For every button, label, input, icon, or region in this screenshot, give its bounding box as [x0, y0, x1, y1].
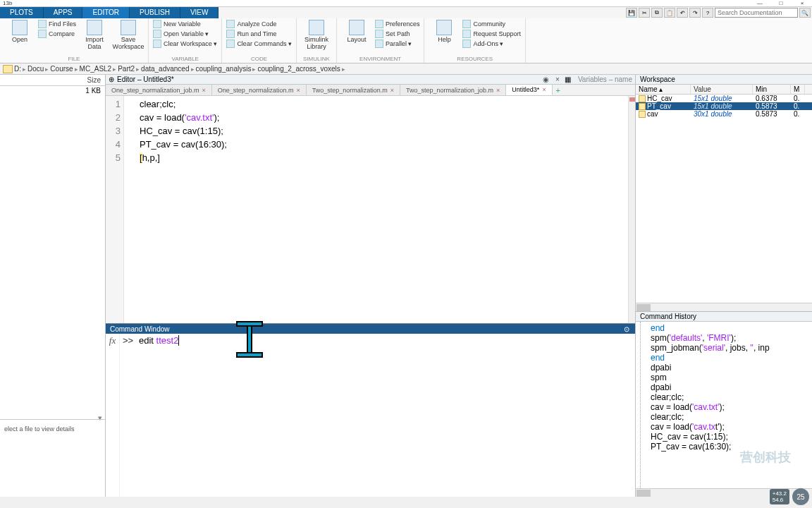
history-line-10[interactable]: cav = load('cav.txt'); — [651, 422, 809, 432]
addons-button[interactable]: Add-Ons ▾ — [462, 40, 521, 48]
breadcrします-1[interactable]: Docu▸ — [27, 65, 49, 73]
history-line-1[interactable]: spm('defaults', 'FMRI'); — [651, 333, 809, 343]
file-tab-3[interactable]: Two_step_normalization_job.m× — [400, 85, 506, 95]
history-line-0[interactable]: end — [651, 323, 809, 333]
history-line-8[interactable]: cav = load('cav.txt'); — [651, 402, 809, 412]
toolstrip-tabs: PLOTS APPS EDITOR PUBLISH VIEW 💾 ✂ ⧉ 📋 ↶… — [0, 7, 812, 18]
max-button[interactable]: □ — [774, 0, 788, 6]
gear-icon — [375, 20, 383, 28]
prefs-button[interactable]: Preferences — [375, 20, 420, 28]
qa-undo-icon[interactable]: ↶ — [677, 8, 688, 18]
setpath-button[interactable]: Set Path — [375, 30, 420, 38]
history-line-2[interactable]: spm_jobman('serial', jobs, '', inp — [651, 343, 809, 353]
tab-plots[interactable]: PLOTS — [0, 7, 44, 18]
breadcrします-5[interactable]: data_advanced▸ — [141, 65, 194, 73]
ws-row-cav[interactable]: cav30x1 double0.58730. — [636, 110, 812, 118]
tab-close-icon[interactable]: × — [390, 87, 394, 94]
tab-close-icon[interactable]: × — [202, 87, 206, 94]
tab-view[interactable]: VIEW — [180, 7, 219, 18]
add-tab-button[interactable]: + — [553, 85, 564, 95]
findfiles-button[interactable]: Find Files — [38, 20, 76, 28]
editor-popup-icon[interactable]: ◉ — [542, 75, 550, 83]
history-line-7[interactable]: clear;clc; — [651, 392, 809, 402]
cmdwin-menu-icon[interactable]: ⊙ — [622, 325, 631, 333]
editor-close-icon[interactable]: × — [553, 75, 562, 83]
editor-expand-icon[interactable]: ⊕ — [109, 75, 114, 83]
cf-header[interactable]: Size — [0, 75, 105, 86]
code-minimap[interactable] — [628, 96, 635, 323]
ws-col-value[interactable]: Value — [691, 85, 753, 94]
breadcrします-4[interactable]: Part2▸ — [118, 65, 140, 73]
openvar-button[interactable]: Open Variable ▾ — [153, 30, 217, 38]
folder-icon[interactable] — [3, 65, 13, 73]
qa-copy-icon[interactable]: ⧉ — [651, 8, 663, 18]
qa-paste-icon[interactable]: 📋 — [664, 8, 675, 18]
history-line-5[interactable]: spm — [651, 373, 809, 382]
help-button[interactable]: Help — [429, 20, 460, 43]
command-input[interactable]: >> edit ttest2 — [120, 334, 182, 497]
parallel-button[interactable]: Parallel ▾ — [375, 40, 420, 48]
history-header[interactable]: Command History — [636, 312, 812, 322]
cf-splitter[interactable]: ▾ — [0, 413, 105, 419]
search-icon[interactable]: 🔍 — [799, 8, 811, 18]
ws-row-HC_cav[interactable]: HC_cav15x1 double0.63780. — [636, 95, 812, 102]
newvar-button[interactable]: New Variable — [153, 20, 217, 28]
vars-pane-icon[interactable]: ▦ — [565, 75, 571, 83]
cf-row[interactable]: 1 KB — [0, 86, 105, 95]
analyze-icon — [226, 20, 235, 28]
ws-row-PT_cav[interactable]: PT_cav15x1 double0.58730. — [636, 102, 812, 110]
file-tab-4[interactable]: Untitled3*× — [506, 85, 552, 95]
ws-hscroll[interactable] — [636, 303, 812, 311]
breadcrします-7[interactable]: coupling_2_across_voxels▸ — [257, 65, 345, 73]
history-line-3[interactable]: end — [651, 353, 809, 363]
file-tab-2[interactable]: Two_step_normalization.m× — [307, 85, 400, 95]
open-button[interactable]: Open — [4, 20, 35, 43]
file-tab-0[interactable]: One_step_normalization_job.m× — [106, 85, 212, 95]
ws-col-max[interactable]: M — [791, 85, 805, 94]
layout-button[interactable]: Layout — [341, 20, 372, 43]
breadcrします-2[interactable]: Course▸ — [50, 65, 78, 73]
qa-redo-icon[interactable]: ↷ — [689, 8, 701, 18]
tab-close-icon[interactable]: × — [296, 87, 300, 94]
compare-button[interactable]: Compare — [38, 30, 76, 38]
tab-editor[interactable]: EDITOR — [82, 7, 130, 18]
help-icon — [436, 20, 452, 35]
analyze-button[interactable]: Analyze Code — [226, 20, 292, 28]
clearws-button[interactable]: Clear Workspace ▾ — [153, 40, 217, 48]
command-window-header[interactable]: Command Window ⊙ — [106, 324, 635, 334]
min-button[interactable]: — — [753, 0, 767, 6]
tab-close-icon[interactable]: × — [542, 86, 546, 93]
fx-icon[interactable]: fx — [106, 334, 120, 497]
ws-col-min[interactable]: Min — [753, 85, 791, 94]
tab-close-icon[interactable]: × — [496, 87, 500, 94]
breadcrします-6[interactable]: coupling_analysis▸ — [196, 65, 257, 73]
clearcmd-button[interactable]: Clear Commands ▾ — [226, 40, 292, 48]
variables-pane-title[interactable]: Variables – name — [574, 75, 632, 83]
code-editor[interactable]: 12345 clear;clc;cav = load('cav.txt');HC… — [106, 96, 635, 323]
runtime-button[interactable]: Run and Time — [226, 30, 292, 38]
group-file-label: FILE — [4, 56, 144, 63]
search-doc-input[interactable] — [715, 8, 798, 18]
history-line-6[interactable]: dpabi — [651, 382, 809, 392]
code-body[interactable]: clear;clc;cav = load('cav.txt');HC_cav =… — [124, 96, 628, 323]
breadcrします-3[interactable]: MC_ASL2▸ — [80, 65, 117, 73]
support-button[interactable]: Request Support — [462, 30, 521, 38]
workspace-header[interactable]: Workspace — [636, 75, 812, 85]
history-line-4[interactable]: dpabi — [651, 363, 809, 373]
savews-button[interactable]: Save Workspace — [113, 20, 144, 50]
breadcrします-0[interactable]: D:▸ — [14, 65, 26, 73]
qa-help-icon[interactable]: ? — [702, 8, 713, 18]
file-tab-1[interactable]: One_step_normalization.m× — [212, 85, 307, 95]
ws-columns[interactable]: Name ▴ Value Min M — [636, 85, 812, 95]
community-button[interactable]: Community — [462, 20, 521, 28]
simulink-button[interactable]: Simulink Library — [301, 20, 332, 50]
import-button[interactable]: Import Data — [79, 20, 110, 50]
qa-cut-icon[interactable]: ✂ — [639, 8, 650, 18]
qa-save-icon[interactable]: 💾 — [626, 8, 637, 18]
history-line-11[interactable]: HC_cav = cav(1:15); — [651, 432, 809, 442]
tab-publish[interactable]: PUBLISH — [130, 7, 180, 18]
tab-apps[interactable]: APPS — [44, 7, 83, 18]
history-line-9[interactable]: clear;clc; — [651, 412, 809, 422]
close-button[interactable]: × — [795, 0, 809, 6]
ws-col-name[interactable]: Name ▴ — [636, 85, 691, 94]
